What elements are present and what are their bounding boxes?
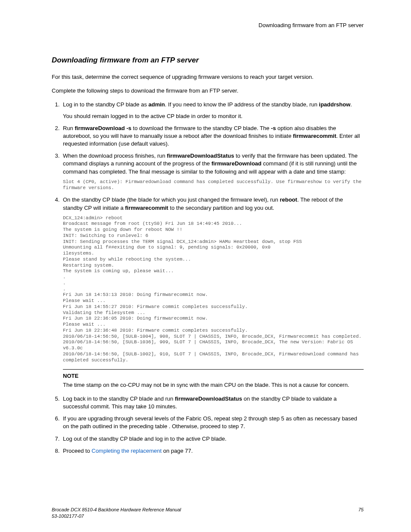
- completing-replacement-link[interactable]: Completing the replacement: [92, 448, 162, 454]
- step-4: On the standby CP blade (the blade for w…: [61, 196, 364, 389]
- section-heading: Downloading firmware from an FTP server: [52, 55, 364, 65]
- running-header: Downloading firmware from an FTP server: [52, 22, 364, 29]
- intro-paragraph-2: Complete the following steps to download…: [52, 87, 364, 95]
- step-8: Proceed to Completing the replacement on…: [61, 447, 364, 455]
- note-text: The time stamp on the co-CPU may not be …: [63, 381, 364, 389]
- step-1: Log in to the standby CP blade as admin.…: [61, 101, 364, 120]
- step-4-code: DCX_124:admin> reboot Broadcast message …: [63, 215, 364, 364]
- step-2: Run firmwareDownload -s to download the …: [61, 124, 364, 148]
- footer-docnum: 53-1002177-07: [52, 513, 181, 520]
- note-title: NOTE: [63, 372, 364, 380]
- step-1-note: You should remain logged in to the activ…: [63, 112, 364, 120]
- footer-title: Brocade DCX 8510-4 Backbone Hardware Ref…: [52, 507, 181, 513]
- step-3-code: Slot 4 (CP0, active): Firmwaredownload c…: [63, 179, 364, 191]
- step-5: Log back in to the standby CP blade and …: [61, 395, 364, 411]
- steps-list: Log in to the standby CP blade as admin.…: [52, 101, 364, 455]
- page-footer: Brocade DCX 8510-4 Backbone Hardware Ref…: [52, 507, 364, 520]
- note-block: NOTE The time stamp on the co-CPU may no…: [63, 369, 364, 389]
- step-3: When the download process finishes, run …: [61, 152, 364, 191]
- note-rule: [63, 369, 364, 370]
- footer-page-number: 75: [358, 507, 364, 520]
- step-6: If you are upgrading through several lev…: [61, 415, 364, 430]
- step-7: Log out of the standby CP blade and log …: [61, 435, 364, 443]
- intro-paragraph-1: For this task, determine the correct seq…: [52, 73, 364, 81]
